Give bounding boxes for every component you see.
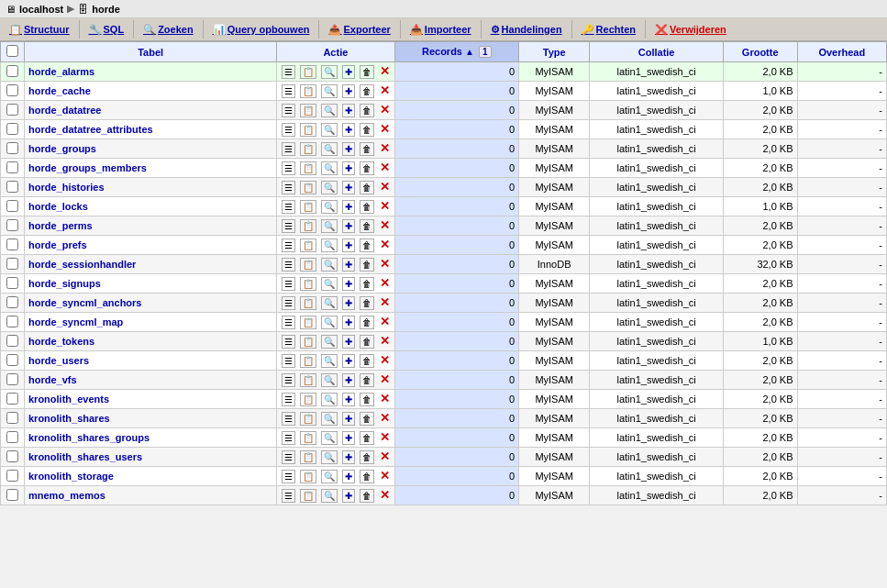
row-checkbox[interactable] [6, 219, 18, 231]
row-checkbox[interactable] [6, 354, 18, 366]
structure-icon[interactable]: 📋 [300, 373, 316, 387]
search-icon[interactable]: 🔍 [321, 277, 338, 291]
empty-icon[interactable]: 🗑 [360, 316, 374, 329]
search-icon[interactable]: 🔍 [321, 354, 338, 368]
insert-icon[interactable]: ✚ [342, 161, 355, 175]
row-checkbox[interactable] [6, 258, 18, 270]
browse-icon[interactable]: ☰ [282, 84, 295, 98]
drop-icon[interactable]: ✕ [380, 276, 390, 290]
toolbar-query[interactable]: 📊 Query opbouwen [207, 22, 316, 38]
row-checkbox[interactable] [6, 431, 18, 443]
table-name-link[interactable]: kronolith_shares [28, 413, 110, 424]
search-icon[interactable]: 🔍 [321, 258, 338, 272]
row-checkbox[interactable] [6, 316, 18, 327]
db-name[interactable]: horde [92, 4, 120, 15]
table-name-link[interactable]: horde_datatree_attributes [28, 124, 153, 135]
structure-icon[interactable]: 📋 [300, 470, 316, 483]
row-checkbox[interactable] [6, 296, 18, 308]
browse-icon[interactable]: ☰ [282, 393, 295, 406]
structure-icon[interactable]: 📋 [300, 123, 316, 137]
browse-icon[interactable]: ☰ [282, 200, 295, 214]
insert-icon[interactable]: ✚ [342, 373, 355, 387]
toolbar-verwijderen[interactable]: ❌ Verwijderen [649, 22, 732, 38]
empty-icon[interactable]: 🗑 [360, 373, 374, 387]
browse-icon[interactable]: ☰ [282, 296, 295, 310]
insert-icon[interactable]: ✚ [342, 123, 355, 137]
insert-icon[interactable]: ✚ [342, 181, 355, 194]
toolbar-zoeken[interactable]: 🔍 Zoeken [138, 22, 199, 38]
browse-icon[interactable]: ☰ [282, 373, 295, 387]
drop-icon[interactable]: ✕ [380, 372, 390, 386]
table-name-link[interactable]: mnemo_memos [28, 490, 105, 501]
structure-icon[interactable]: 📋 [300, 239, 316, 252]
drop-icon[interactable]: ✕ [380, 141, 390, 155]
table-name-link[interactable]: kronolith_shares_users [28, 451, 142, 462]
drop-icon[interactable]: ✕ [380, 83, 390, 97]
browse-icon[interactable]: ☰ [282, 181, 295, 194]
empty-icon[interactable]: 🗑 [360, 470, 374, 483]
insert-icon[interactable]: ✚ [342, 470, 355, 483]
browse-icon[interactable]: ☰ [282, 431, 295, 445]
empty-icon[interactable]: 🗑 [360, 65, 374, 79]
browse-icon[interactable]: ☰ [282, 489, 295, 503]
search-icon[interactable]: 🔍 [321, 489, 338, 503]
table-name-link[interactable]: horde_syncml_map [28, 316, 123, 327]
search-icon[interactable]: 🔍 [321, 373, 338, 387]
table-name-link[interactable]: horde_alarms [28, 66, 94, 77]
search-icon[interactable]: 🔍 [321, 123, 338, 137]
insert-icon[interactable]: ✚ [342, 354, 355, 368]
row-checkbox[interactable] [6, 239, 18, 250]
empty-icon[interactable]: 🗑 [360, 123, 374, 137]
structure-icon[interactable]: 📋 [300, 277, 316, 291]
structure-icon[interactable]: 📋 [300, 431, 316, 445]
table-name-link[interactable]: horde_groups [28, 143, 96, 154]
empty-icon[interactable]: 🗑 [360, 412, 374, 426]
empty-icon[interactable]: 🗑 [360, 489, 374, 503]
structure-icon[interactable]: 📋 [300, 393, 316, 406]
structure-icon[interactable]: 📋 [300, 65, 316, 79]
structure-icon[interactable]: 📋 [300, 84, 316, 98]
toolbar-importeer[interactable]: 📥 Importeer [405, 22, 477, 38]
drop-icon[interactable]: ✕ [380, 411, 390, 425]
row-checkbox[interactable] [6, 373, 18, 385]
row-checkbox[interactable] [6, 412, 18, 424]
empty-icon[interactable]: 🗑 [360, 142, 374, 156]
insert-icon[interactable]: ✚ [342, 489, 355, 503]
structure-icon[interactable]: 📋 [300, 258, 316, 272]
drop-icon[interactable]: ✕ [380, 469, 390, 483]
structure-icon[interactable]: 📋 [300, 219, 316, 233]
drop-icon[interactable]: ✕ [380, 257, 390, 271]
insert-icon[interactable]: ✚ [342, 104, 355, 117]
table-name-link[interactable]: horde_vfs [28, 374, 77, 385]
search-icon[interactable]: 🔍 [321, 335, 338, 349]
drop-icon[interactable]: ✕ [380, 353, 390, 367]
insert-icon[interactable]: ✚ [342, 239, 355, 252]
select-all-checkbox[interactable] [6, 45, 18, 57]
drop-icon[interactable]: ✕ [380, 64, 390, 78]
search-icon[interactable]: 🔍 [321, 200, 338, 214]
row-checkbox[interactable] [6, 393, 18, 405]
drop-icon[interactable]: ✕ [380, 218, 390, 232]
row-checkbox[interactable] [6, 335, 18, 347]
col-tabel[interactable]: Tabel [25, 42, 277, 62]
row-checkbox[interactable] [6, 65, 18, 77]
empty-icon[interactable]: 🗑 [360, 296, 374, 310]
row-checkbox[interactable] [6, 277, 18, 289]
toolbar-structuur[interactable]: 📋 Structuur [4, 22, 75, 38]
empty-icon[interactable]: 🗑 [360, 450, 374, 464]
browse-icon[interactable]: ☰ [282, 161, 295, 175]
drop-icon[interactable]: ✕ [380, 315, 390, 328]
structure-icon[interactable]: 📋 [300, 450, 316, 464]
browse-icon[interactable]: ☰ [282, 104, 295, 117]
search-icon[interactable]: 🔍 [321, 393, 338, 406]
search-icon[interactable]: 🔍 [321, 470, 338, 483]
browse-icon[interactable]: ☰ [282, 450, 295, 464]
drop-icon[interactable]: ✕ [380, 180, 390, 194]
table-name-link[interactable]: kronolith_events [28, 394, 109, 405]
col-type[interactable]: Type [519, 42, 590, 62]
browse-icon[interactable]: ☰ [282, 277, 295, 291]
empty-icon[interactable]: 🗑 [360, 239, 374, 252]
browse-icon[interactable]: ☰ [282, 354, 295, 368]
toolbar-handelingen[interactable]: ⚙ Handelingen [485, 22, 568, 38]
insert-icon[interactable]: ✚ [342, 277, 355, 291]
